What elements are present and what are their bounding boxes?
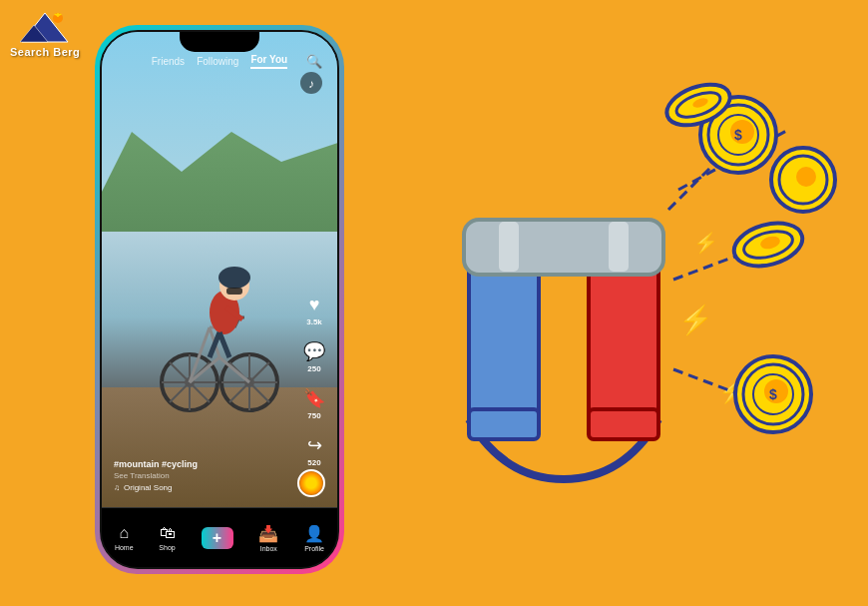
share-count: 520 bbox=[307, 458, 320, 467]
logo-text: Search Berg bbox=[10, 46, 80, 58]
nav-home-label: Home bbox=[115, 544, 134, 551]
lightning-3: ⚡ bbox=[693, 231, 718, 255]
nav-shop-label: Shop bbox=[159, 544, 175, 551]
phone-actions: ♥ 3.5k 💬 250 🔖 750 ↪ 520 bbox=[303, 295, 325, 467]
inbox-icon: 📥 bbox=[258, 524, 278, 543]
share-action[interactable]: ↪ 520 bbox=[307, 434, 322, 467]
svg-rect-36 bbox=[499, 222, 519, 272]
nav-shop[interactable]: 🛍 Shop bbox=[159, 524, 175, 551]
bookmark-count: 750 bbox=[307, 411, 320, 420]
video-info: #mountain #cycling See Translation ♫ Ori… bbox=[114, 459, 198, 492]
logo: Search Berg bbox=[10, 10, 80, 58]
tab-following[interactable]: Following bbox=[197, 56, 238, 67]
svg-text:$: $ bbox=[769, 386, 777, 402]
svg-rect-37 bbox=[609, 222, 629, 272]
song-info: ♫ Original Song bbox=[114, 483, 198, 492]
comment-icon: 💬 bbox=[303, 340, 325, 362]
bookmark-action[interactable]: 🔖 750 bbox=[303, 387, 325, 420]
profile-icon: 👤 bbox=[304, 524, 324, 543]
magnet-illustration: ⚡ ⚡ ⚡ $ $ bbox=[409, 50, 838, 559]
shop-icon: 🛍 bbox=[160, 524, 176, 542]
comment-action[interactable]: 💬 250 bbox=[303, 340, 325, 373]
comment-count: 250 bbox=[307, 364, 320, 373]
phone-header: Friends Following For You bbox=[102, 54, 337, 69]
search-icon[interactable]: 🔍 bbox=[306, 54, 322, 69]
phone-mockup: Friends Following For You 🔍 bbox=[100, 30, 339, 569]
phone-notch bbox=[180, 32, 259, 52]
svg-text:$: $ bbox=[734, 127, 742, 143]
bookmark-icon: 🔖 bbox=[303, 387, 325, 409]
svg-rect-35 bbox=[589, 409, 658, 439]
cyclist-figure bbox=[155, 228, 284, 417]
nav-create[interactable]: + bbox=[202, 527, 233, 549]
svg-rect-33 bbox=[464, 220, 663, 275]
video-background bbox=[102, 32, 337, 507]
tab-for-you[interactable]: For You bbox=[250, 54, 287, 69]
music-note-icon: ♫ bbox=[114, 483, 120, 492]
illustration-svg: ⚡ ⚡ ⚡ $ $ bbox=[409, 50, 838, 559]
see-translation[interactable]: See Translation bbox=[114, 471, 198, 480]
song-name: Original Song bbox=[124, 483, 172, 492]
tab-friends[interactable]: Friends bbox=[152, 56, 185, 67]
svg-text:♪: ♪ bbox=[308, 77, 314, 91]
like-action[interactable]: ♥ 3.5k bbox=[306, 295, 322, 326]
svg-point-49 bbox=[796, 167, 816, 187]
logo-mountain-icon bbox=[20, 10, 70, 45]
nav-home[interactable]: ⌂ Home bbox=[115, 524, 134, 551]
svg-rect-28 bbox=[226, 288, 242, 295]
nav-profile-label: Profile bbox=[304, 545, 324, 552]
tiktok-logo: ♪ bbox=[300, 72, 322, 99]
like-count: 3.5k bbox=[306, 317, 322, 326]
nav-profile[interactable]: 👤 Profile bbox=[304, 524, 324, 552]
create-button[interactable]: + bbox=[202, 527, 233, 549]
phone-screen: Friends Following For You 🔍 bbox=[100, 30, 339, 569]
nav-inbox-label: Inbox bbox=[260, 545, 277, 552]
svg-point-24 bbox=[218, 267, 250, 289]
music-disc bbox=[297, 469, 325, 497]
bottom-navigation: ⌂ Home 🛍 Shop + 📥 Inbox 👤 Profile bbox=[102, 507, 337, 567]
svg-rect-34 bbox=[469, 409, 539, 439]
nav-inbox[interactable]: 📥 Inbox bbox=[258, 524, 278, 552]
hashtags: #mountain #cycling bbox=[114, 459, 198, 469]
share-icon: ↪ bbox=[307, 434, 322, 456]
heart-icon: ♥ bbox=[309, 295, 320, 315]
lightning-1: ⚡ bbox=[678, 303, 713, 336]
svg-line-27 bbox=[219, 332, 229, 357]
home-icon: ⌂ bbox=[119, 524, 129, 542]
